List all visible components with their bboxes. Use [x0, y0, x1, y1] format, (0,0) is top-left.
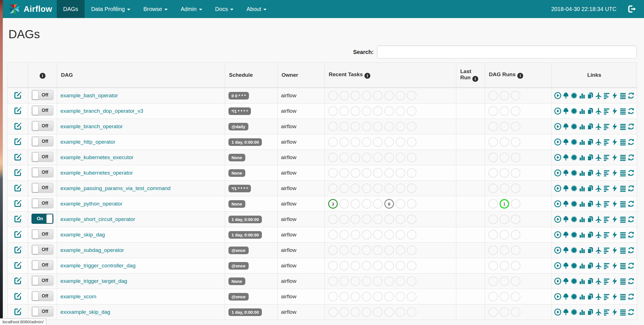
- logs-icon[interactable]: [619, 138, 627, 146]
- dag-pause-toggle[interactable]: Off: [31, 306, 53, 317]
- gantt-view-icon[interactable]: [603, 138, 610, 146]
- trigger-dag-icon[interactable]: [554, 138, 561, 146]
- landing-times-icon[interactable]: [595, 200, 602, 207]
- code-view-icon[interactable]: [611, 262, 618, 269]
- gantt-view-icon[interactable]: [603, 92, 610, 99]
- dag-pause-toggle[interactable]: Off: [31, 276, 53, 286]
- dag-pause-toggle[interactable]: Off: [31, 198, 53, 208]
- task-duration-icon[interactable]: [579, 169, 586, 177]
- refresh-icon[interactable]: [627, 247, 635, 254]
- trigger-dag-icon[interactable]: [554, 308, 561, 316]
- code-view-icon[interactable]: [611, 107, 618, 115]
- landing-times-icon[interactable]: [595, 247, 602, 254]
- tree-view-icon[interactable]: [562, 277, 570, 285]
- dag-pause-toggle[interactable]: Off: [31, 90, 53, 100]
- code-view-icon[interactable]: [611, 277, 618, 285]
- logs-icon[interactable]: [619, 92, 627, 99]
- task-state-circle[interactable]: 3: [328, 199, 338, 209]
- graph-view-icon[interactable]: [570, 308, 578, 316]
- task-duration-icon[interactable]: [579, 107, 586, 115]
- gantt-view-icon[interactable]: [603, 107, 610, 115]
- graph-view-icon[interactable]: [570, 200, 578, 207]
- dag-pause-toggle[interactable]: Off: [31, 291, 53, 301]
- graph-view-icon[interactable]: [570, 138, 578, 146]
- task-duration-icon[interactable]: [579, 277, 586, 285]
- trigger-dag-icon[interactable]: [554, 293, 561, 300]
- logs-icon[interactable]: [619, 185, 627, 192]
- task-tries-icon[interactable]: [587, 231, 594, 238]
- dag-pause-toggle[interactable]: Off: [31, 245, 53, 255]
- dag-link[interactable]: example_subdag_operator: [60, 247, 124, 253]
- refresh-icon[interactable]: [627, 262, 635, 269]
- nav-item-admin[interactable]: Admin: [174, 0, 209, 18]
- refresh-icon[interactable]: [627, 200, 635, 207]
- dag-pause-toggle[interactable]: Off: [31, 167, 53, 177]
- graph-view-icon[interactable]: [570, 169, 578, 177]
- edit-dag-button[interactable]: [13, 137, 22, 146]
- graph-view-icon[interactable]: [570, 277, 578, 285]
- code-view-icon[interactable]: [611, 293, 618, 300]
- task-duration-icon[interactable]: [579, 92, 586, 99]
- tree-view-icon[interactable]: [562, 92, 570, 99]
- trigger-dag-icon[interactable]: [554, 277, 561, 285]
- task-duration-icon[interactable]: [579, 216, 586, 223]
- tree-view-icon[interactable]: [562, 185, 570, 192]
- task-tries-icon[interactable]: [587, 185, 594, 192]
- dag-link[interactable]: example_http_operator: [60, 139, 115, 145]
- task-tries-icon[interactable]: [587, 92, 594, 99]
- tree-view-icon[interactable]: [562, 231, 570, 238]
- gantt-view-icon[interactable]: [603, 293, 610, 300]
- trigger-dag-icon[interactable]: [554, 92, 561, 99]
- logs-icon[interactable]: [619, 262, 627, 269]
- tree-view-icon[interactable]: [562, 308, 570, 316]
- dag-pause-toggle[interactable]: Off: [31, 229, 53, 239]
- code-view-icon[interactable]: [611, 169, 618, 177]
- logs-icon[interactable]: [619, 247, 627, 254]
- edit-dag-button[interactable]: [13, 168, 22, 177]
- gantt-view-icon[interactable]: [603, 277, 610, 285]
- task-tries-icon[interactable]: [587, 123, 594, 130]
- dag-link[interactable]: example_bash_operator: [60, 92, 118, 98]
- nav-item-data-profiling[interactable]: Data Profiling: [85, 0, 137, 18]
- airflow-brand[interactable]: Airflow: [3, 0, 57, 18]
- dag-link[interactable]: example_kubernetes_executor: [60, 154, 133, 160]
- task-duration-icon[interactable]: [579, 123, 586, 130]
- gantt-view-icon[interactable]: [603, 154, 610, 161]
- refresh-icon[interactable]: [627, 154, 635, 161]
- tree-view-icon[interactable]: [562, 247, 570, 254]
- graph-view-icon[interactable]: [570, 231, 578, 238]
- code-view-icon[interactable]: [611, 216, 618, 223]
- gantt-view-icon[interactable]: [603, 185, 610, 192]
- refresh-icon[interactable]: [627, 107, 635, 115]
- logs-icon[interactable]: [619, 123, 627, 130]
- refresh-icon[interactable]: [627, 293, 635, 300]
- code-view-icon[interactable]: [611, 200, 618, 207]
- task-state-circle[interactable]: 8: [384, 199, 394, 209]
- gantt-view-icon[interactable]: [603, 247, 610, 254]
- landing-times-icon[interactable]: [595, 92, 602, 99]
- trigger-dag-icon[interactable]: [554, 185, 561, 192]
- edit-dag-button[interactable]: [13, 106, 22, 115]
- graph-view-icon[interactable]: [570, 247, 578, 254]
- refresh-icon[interactable]: [627, 231, 635, 238]
- edit-dag-button[interactable]: [13, 91, 22, 99]
- logs-icon[interactable]: [619, 107, 627, 115]
- refresh-icon[interactable]: [627, 92, 635, 99]
- logs-icon[interactable]: [619, 293, 627, 300]
- tree-view-icon[interactable]: [562, 169, 570, 177]
- refresh-icon[interactable]: [627, 216, 635, 223]
- dag-link[interactable]: example_trigger_target_dag: [60, 278, 127, 284]
- landing-times-icon[interactable]: [595, 123, 602, 130]
- tree-view-icon[interactable]: [562, 154, 570, 161]
- logs-icon[interactable]: [619, 200, 627, 207]
- trigger-dag-icon[interactable]: [554, 231, 561, 238]
- landing-times-icon[interactable]: [595, 262, 602, 269]
- dag-pause-toggle[interactable]: On: [31, 214, 53, 224]
- task-duration-icon[interactable]: [579, 154, 586, 161]
- dag-pause-toggle[interactable]: Off: [31, 152, 53, 162]
- logs-icon[interactable]: [619, 308, 627, 316]
- task-duration-icon[interactable]: [579, 185, 586, 192]
- task-duration-icon[interactable]: [579, 262, 586, 269]
- edit-dag-button[interactable]: [13, 184, 22, 192]
- task-tries-icon[interactable]: [587, 277, 594, 285]
